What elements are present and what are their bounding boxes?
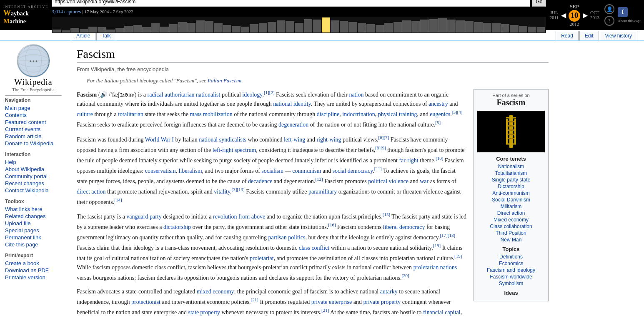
conservatism-link[interactable]: conservatism — [145, 167, 176, 174]
tenet-direct-action[interactable]: Direct action — [477, 210, 545, 216]
direct-action-link[interactable]: direct action — [77, 188, 106, 194]
cite-this-link[interactable]: Cite this page — [5, 241, 62, 248]
go-button[interactable]: Go — [532, 0, 546, 7]
help-icon[interactable]: ? — [604, 16, 614, 26]
indoctrination-link[interactable]: indoctrination — [342, 111, 375, 117]
autarky-link[interactable]: autarky — [380, 288, 398, 295]
tab-read[interactable]: Read — [556, 31, 579, 40]
topic-worldwide[interactable]: Fascism worldwide — [477, 274, 545, 280]
nation-link[interactable]: nation — [349, 92, 363, 98]
upload-file-link[interactable]: Upload file — [5, 220, 62, 226]
donate-link[interactable]: Donate to Wikipedia — [5, 140, 62, 147]
tenet-totalitarianism[interactable]: Totalitarianism — [477, 170, 545, 176]
national-identity-link[interactable]: national identity — [273, 101, 311, 107]
cite-20: [20] — [401, 273, 409, 278]
tenet-class-collaboration[interactable]: Class collaboration — [477, 224, 545, 229]
dictatorship-link[interactable]: dictatorship — [163, 224, 191, 230]
class-conflict-link[interactable]: class conflict — [299, 245, 329, 251]
current-events-link[interactable]: Current events — [5, 126, 62, 132]
tenet-new-man[interactable]: New Man — [477, 237, 545, 243]
related-changes-link[interactable]: Related changes — [5, 213, 62, 219]
paragraph-2: Fascism was founded during World War I b… — [77, 134, 467, 207]
url-input[interactable] — [52, 0, 530, 7]
contents-link[interactable]: Contents — [5, 112, 62, 118]
political-violence-link[interactable]: political violence — [368, 178, 408, 184]
about-wikipedia-link[interactable]: About Wikipedia — [5, 166, 62, 172]
random-article-link[interactable]: Random article — [5, 133, 62, 139]
topic-symbolism[interactable]: Symbolism — [477, 281, 545, 286]
eugenics-link[interactable]: eugenics — [430, 111, 450, 117]
contact-wikipedia-link[interactable]: Contact Wikipedia — [5, 187, 62, 194]
tenet-single-party[interactable]: Single party state — [477, 177, 545, 183]
community-portal-link[interactable]: Community portal — [5, 173, 62, 179]
tenet-dictatorship[interactable]: Dictatorship — [477, 184, 545, 189]
hatnote-link[interactable]: Italian Fascism — [208, 77, 241, 84]
culture-link[interactable]: culture — [77, 111, 93, 117]
main-page-link[interactable]: Main page — [5, 105, 62, 111]
wwi-link[interactable]: World War I — [145, 136, 174, 142]
mass-mobilization-link[interactable]: mass mobilization — [190, 111, 232, 117]
tenet-social-darwinism[interactable]: Social Darwinism — [477, 197, 545, 203]
create-book-link[interactable]: Create a book — [5, 260, 62, 266]
topic-definitions[interactable]: Definitions — [477, 254, 545, 260]
topic-economics[interactable]: Economics — [477, 261, 545, 266]
featured-content-link[interactable]: Featured content — [5, 119, 62, 125]
vitality-link[interactable]: vitality — [214, 188, 230, 194]
facebook-icon[interactable]: f — [618, 7, 628, 17]
socialism-link[interactable]: socialism — [261, 167, 283, 174]
topic-ideology[interactable]: Fascism and ideology — [477, 267, 545, 273]
prev-cal-button[interactable]: ◀ — [560, 10, 567, 20]
user-icon[interactable]: 👤 — [604, 4, 614, 14]
special-pages-link[interactable]: Special pages — [5, 227, 62, 234]
physical-training-link[interactable]: physical training — [378, 111, 417, 117]
proletarian-nations-link[interactable]: proletarian nations — [413, 264, 457, 271]
leftwing-link[interactable]: left-wing — [284, 136, 305, 142]
totalitarian-link[interactable]: totalitarian — [118, 111, 143, 117]
print-title: Print/export — [5, 253, 62, 258]
permanent-link[interactable]: Permanent link — [5, 234, 62, 241]
revolution-above-link[interactable]: revolution from above — [213, 214, 265, 220]
degeneration-link[interactable]: degeneration — [278, 122, 308, 128]
tab-edit[interactable]: Edit — [579, 31, 599, 40]
cite-21a: [21] — [251, 297, 258, 302]
recent-changes-link[interactable]: Recent changes — [5, 180, 62, 186]
ideology-link[interactable]: ideology — [242, 92, 262, 98]
discipline-link[interactable]: discipline — [317, 111, 339, 117]
liberalism-link[interactable]: liberalism — [179, 167, 202, 174]
far-right-link[interactable]: far-right — [399, 157, 418, 163]
liberal-democracy-link[interactable]: liberal democracy — [383, 224, 425, 230]
printable-link[interactable]: Printable version — [5, 274, 62, 281]
protectionist-link[interactable]: protectionist — [131, 299, 160, 305]
partisan-politics-link[interactable]: partisan politics — [268, 234, 305, 241]
proletariat-link[interactable]: proletariat — [250, 255, 274, 261]
nat-syndic-link[interactable]: national syndicalists — [199, 136, 246, 142]
what-links-link[interactable]: What links here — [5, 206, 62, 212]
war-link[interactable]: war — [420, 178, 428, 184]
financial-capital-link[interactable]: financial capital — [423, 309, 461, 316]
leftrightspectrum-link[interactable]: left-right spectrum — [213, 147, 256, 153]
ancestry-link[interactable]: ancestry — [428, 101, 448, 107]
about-caption[interactable]: About this capt — [618, 19, 641, 23]
help-link[interactable]: Help — [5, 159, 62, 165]
radical-link[interactable]: radical authoritarian nationalist — [147, 92, 220, 98]
download-pdf-link[interactable]: Download as PDF — [5, 267, 62, 273]
tenet-militarism[interactable]: Militarism — [477, 204, 545, 209]
cal-day[interactable]: 10 — [569, 10, 580, 22]
tenet-anti-communism[interactable]: Anti-communism — [477, 190, 545, 196]
rightwing-link[interactable]: right-wing — [316, 136, 341, 142]
state-property-link[interactable]: state property — [188, 309, 220, 316]
captures-link[interactable]: 3,014 captures — [52, 9, 81, 15]
decadence-link[interactable]: decadence — [248, 178, 272, 184]
vanguard-party-link[interactable]: vanguard party — [126, 214, 161, 220]
private-enterprise-link[interactable]: private enterprise — [311, 299, 352, 305]
paramilitary-link[interactable]: paramilitary — [308, 188, 337, 194]
tenet-third-position[interactable]: Third Position — [477, 230, 545, 236]
tab-history[interactable]: View history — [600, 31, 637, 40]
tenet-nationalism[interactable]: Nationalism — [477, 164, 545, 169]
tenet-mixed-economy[interactable]: Mixed economy — [477, 217, 545, 223]
mixed-economy-link[interactable]: mixed economy — [197, 288, 234, 295]
communism-link[interactable]: communism — [292, 167, 321, 174]
private-property-link[interactable]: private property — [363, 299, 401, 305]
social-democracy-link[interactable]: social democracy — [333, 167, 373, 174]
next-cal-button[interactable]: ▶ — [582, 10, 589, 20]
